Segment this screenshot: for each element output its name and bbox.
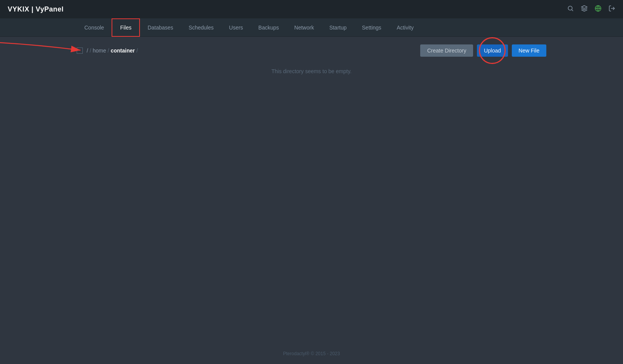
- svg-point-0: [568, 6, 572, 10]
- footer: Pterodactyl® © 2015 - 2023: [0, 351, 623, 356]
- header: VYKIX | VyPanel: [0, 0, 623, 18]
- header-icons: [567, 5, 615, 14]
- tab-settings[interactable]: Settings: [354, 18, 389, 37]
- tab-activity[interactable]: Activity: [389, 18, 421, 37]
- tab-users[interactable]: Users: [221, 18, 251, 37]
- tab-backups[interactable]: Backups: [251, 18, 287, 37]
- tab-schedules[interactable]: Schedules: [181, 18, 221, 37]
- app-logo: VYKIX | VyPanel: [8, 5, 64, 13]
- content-area: / / home / container / Create Directory …: [0, 37, 623, 82]
- breadcrumb-root: /: [87, 48, 88, 54]
- copyright-text: Pterodactyl® © 2015 - 2023: [283, 351, 340, 356]
- svg-marker-2: [582, 5, 587, 8]
- breadcrumb-sep-3: /: [136, 48, 138, 54]
- new-file-button[interactable]: New File: [512, 44, 546, 57]
- nav-bar: Console Files Databases Schedules Users …: [0, 18, 623, 37]
- select-all-checkbox[interactable]: [77, 48, 83, 54]
- breadcrumb-sep-2: /: [108, 48, 109, 54]
- upload-button[interactable]: Upload: [477, 44, 508, 57]
- logout-icon[interactable]: [608, 5, 615, 14]
- breadcrumb-home[interactable]: home: [93, 48, 106, 54]
- tab-files[interactable]: Files: [112, 18, 140, 37]
- svg-line-1: [572, 10, 573, 11]
- globe-icon[interactable]: [595, 5, 602, 14]
- breadcrumb: / / home / container /: [87, 48, 138, 54]
- action-bar: / / home / container / Create Directory …: [77, 44, 546, 57]
- search-icon[interactable]: [567, 5, 574, 14]
- breadcrumb-current: container: [111, 48, 135, 54]
- tab-network[interactable]: Network: [287, 18, 322, 37]
- create-directory-button[interactable]: Create Directory: [420, 44, 473, 57]
- tab-databases[interactable]: Databases: [140, 18, 181, 37]
- upload-highlight-container: Upload: [477, 44, 508, 57]
- breadcrumb-sep-1: /: [90, 48, 91, 54]
- empty-directory-message: This directory seems to be empty.: [77, 68, 546, 74]
- tab-console[interactable]: Console: [77, 18, 112, 37]
- tab-startup[interactable]: Startup: [322, 18, 354, 37]
- action-buttons: Create Directory Upload New File: [420, 44, 546, 57]
- layers-icon[interactable]: [581, 5, 588, 14]
